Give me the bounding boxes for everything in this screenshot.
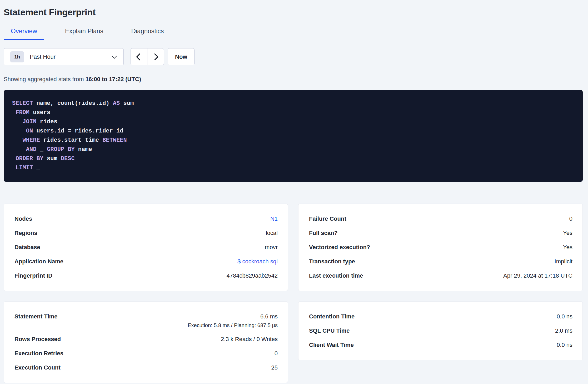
- chevron-left-icon: [136, 53, 143, 60]
- sql-text: [12, 155, 16, 162]
- application-name-link[interactable]: $ cockroach sql: [237, 258, 278, 265]
- tab-overview[interactable]: Overview: [4, 27, 44, 40]
- aggregated-stats-range: 16:00 to 17:22 (UTC): [86, 76, 141, 82]
- row-label: Execution Retries: [14, 350, 63, 357]
- row-label: SQL CPU Time: [309, 327, 350, 334]
- row-value: movr: [265, 244, 278, 251]
- card-row: Nodes N1: [14, 212, 278, 226]
- card-row: Database movr: [14, 240, 278, 254]
- card-row: Contention Time 0.0 ns: [309, 309, 572, 324]
- sql-line: ON users.id = rides.rider_id: [12, 126, 574, 136]
- sql-keyword: WHERE: [23, 137, 40, 144]
- sql-text: [12, 137, 23, 144]
- sql-keyword: FROM: [16, 109, 29, 116]
- card-row: Client Wait Time 0.0 ns: [309, 338, 572, 352]
- sql-text: _: [33, 165, 40, 171]
- card-row: Failure Count 0: [309, 212, 572, 226]
- now-button[interactable]: Now: [168, 48, 195, 65]
- statement-fingerprint-page: Statement Fingerprint Overview Explain P…: [0, 0, 588, 383]
- sql-keyword: ORDER BY: [16, 155, 43, 162]
- sql-text: _: [36, 146, 47, 153]
- aggregated-stats-text: Showing aggregated stats from 16:00 to 1…: [4, 76, 583, 83]
- row-label: Transaction type: [309, 258, 355, 265]
- tab-bar: Overview Explain Plans Diagnostics: [4, 27, 583, 40]
- tab-explain-plans[interactable]: Explain Plans: [58, 27, 110, 40]
- card-row: Application Name $ cockroach sql: [14, 254, 278, 269]
- row-label: Regions: [14, 230, 37, 237]
- statement-timing-card: Statement Time 6.6 ms Execution: 5.8 ms …: [4, 301, 288, 383]
- row-value: 6.6 ms: [260, 313, 278, 320]
- sql-line: JOIN rides: [12, 117, 574, 126]
- time-interval-dropdown[interactable]: 1h Past Hour: [4, 48, 124, 65]
- next-interval-button[interactable]: [147, 48, 164, 65]
- sql-keyword: SELECT: [12, 100, 33, 107]
- card-row: Rows Processed 2.3 k Reads / 0 Writes: [14, 332, 278, 346]
- card-row: SQL CPU Time 2.0 ms: [309, 324, 572, 338]
- sql-text: [12, 128, 26, 134]
- execution-attributes-card: Failure Count 0 Full scan? Yes Vectorize…: [298, 204, 583, 291]
- time-nav-group: [131, 48, 164, 65]
- sql-line: WHERE rides.start_time BETWEEN _: [12, 136, 574, 145]
- previous-interval-button[interactable]: [131, 48, 147, 65]
- row-value: 0: [275, 350, 278, 357]
- row-label: Contention Time: [309, 313, 355, 320]
- card-row: Fingerprint ID 4784cb829aab2542: [14, 269, 278, 283]
- sql-text: users: [29, 109, 50, 116]
- row-subvalue: Execution: 5.8 ms / Planning: 687.5 µs: [188, 322, 278, 328]
- card-row: Full scan? Yes: [309, 226, 572, 240]
- sql-text: [12, 109, 16, 116]
- chevron-right-icon: [151, 53, 158, 60]
- row-label: Nodes: [14, 215, 32, 222]
- sql-text: sum: [43, 155, 61, 162]
- row-label: Last execution time: [309, 272, 363, 279]
- sql-text: _: [127, 137, 134, 144]
- fingerprint-id-value: 4784cb829aab2542: [226, 272, 278, 279]
- tab-diagnostics[interactable]: Diagnostics: [124, 27, 171, 40]
- resource-time-card: Contention Time 0.0 ns SQL CPU Time 2.0 …: [298, 301, 583, 360]
- sql-line: SELECT name, count(rides.id) AS sum: [12, 99, 574, 108]
- row-label: Vectorized execution?: [309, 244, 370, 251]
- card-row: Last execution time Apr 29, 2024 at 17:1…: [309, 269, 572, 283]
- last-execution-time-value: Apr 29, 2024 at 17:18 UTC: [503, 272, 572, 279]
- row-value: 2.0 ms: [555, 327, 572, 334]
- row-label: Client Wait Time: [309, 342, 354, 348]
- sql-keyword: GROUP BY: [47, 146, 75, 153]
- row-value: Implicit: [555, 258, 572, 265]
- sql-keyword: AND: [26, 146, 37, 153]
- row-value: 2.3 k Reads / 0 Writes: [221, 336, 278, 343]
- nodes-link[interactable]: N1: [270, 215, 278, 222]
- sql-text: name: [75, 146, 92, 153]
- sql-text: name, count(rides.id): [33, 100, 113, 107]
- summary-cards: Nodes N1 Regions local Database movr App…: [4, 204, 583, 383]
- row-label: Application Name: [14, 258, 63, 265]
- sql-text: [12, 146, 26, 153]
- aggregated-stats-prefix: Showing aggregated stats from: [4, 76, 86, 82]
- card-row: Execution Count 25: [14, 361, 278, 375]
- card-row: Statement Time 6.6 ms Execution: 5.8 ms …: [14, 309, 278, 332]
- card-row: Transaction type Implicit: [309, 254, 572, 269]
- row-value: 0.0 ns: [557, 342, 572, 348]
- sql-text: [12, 119, 23, 125]
- row-label: Full scan?: [309, 230, 338, 237]
- sql-text: [12, 165, 16, 171]
- row-value: Yes: [563, 244, 572, 251]
- row-value: local: [266, 230, 278, 237]
- sql-line: ORDER BY sum DESC: [12, 154, 574, 163]
- sql-line: AND _ GROUP BY name: [12, 145, 574, 154]
- sql-text: sum: [120, 100, 134, 107]
- sql-keyword: AS: [113, 100, 120, 107]
- row-value: 0: [569, 215, 572, 222]
- row-value: 0.0 ns: [557, 313, 572, 320]
- sql-keyword: BETWEEN: [102, 137, 127, 144]
- card-row: Regions local: [14, 226, 278, 240]
- chevron-down-icon: [112, 53, 117, 59]
- sql-keyword: DESC: [61, 155, 75, 162]
- statement-time-value: 6.6 ms Execution: 5.8 ms / Planning: 687…: [188, 309, 278, 328]
- interval-badge: 1h: [10, 51, 24, 62]
- sql-text: rides.start_time: [40, 137, 103, 144]
- card-row: Execution Retries 0: [14, 346, 278, 361]
- sql-statement-box: SELECT name, count(rides.id) AS sum FROM…: [4, 90, 583, 182]
- card-row: Vectorized execution? Yes: [309, 240, 572, 254]
- sql-keyword: LIMIT: [16, 165, 33, 171]
- time-picker-row: 1h Past Hour Now: [4, 48, 583, 65]
